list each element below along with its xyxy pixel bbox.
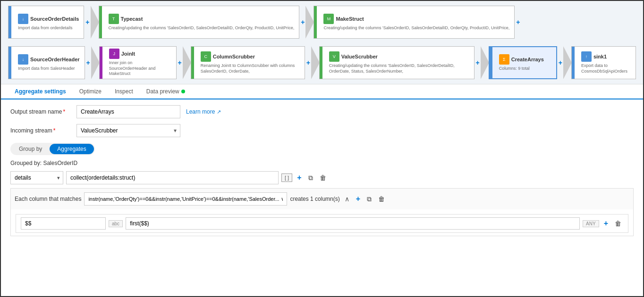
node-desc: Creating/updating the columns 'SalesOrde…: [109, 25, 295, 31]
sub-row: abc ANY + 🗑: [16, 214, 628, 233]
add-after-source-order-details[interactable]: +: [85, 18, 89, 26]
node-wrapper-value-scrubber: V ValueScrubber Creating/updating the co…: [319, 46, 481, 79]
aggregates-toggle[interactable]: Aggregates: [50, 144, 93, 154]
node-create-arrays[interactable]: Σ CreateArrays Columns: 9 total: [489, 46, 557, 79]
node-title: SourceOrderHeader: [30, 57, 80, 62]
tab-aggregate-settings[interactable]: Aggregate settings: [8, 84, 73, 99]
node-header: Σ CreateArrays: [499, 54, 551, 65]
node-header: M MakeStruct: [323, 14, 509, 24]
chevron-up-icon[interactable]: ∧: [345, 195, 349, 203]
node-header: T Typecast: [109, 14, 295, 24]
add-after-typecast[interactable]: +: [301, 18, 305, 26]
arrow-1-2: [305, 6, 314, 39]
node-content: T Typecast Creating/updating the columns…: [104, 14, 295, 31]
aggregate-row: details [ ] + ⧉ 🗑: [10, 171, 634, 184]
transform-icon: V: [329, 51, 339, 62]
delete-sub-button[interactable]: 🗑: [613, 219, 623, 228]
arrow-2-1: [91, 46, 100, 79]
output-stream-row: Output stream name* Learn more ↗: [10, 105, 634, 118]
delete-agg-button[interactable]: 🗑: [318, 173, 328, 182]
node-source-order-details[interactable]: ↓ SourceOrderDetails Import data from or…: [8, 6, 84, 39]
node-join-it[interactable]: J JoinIt Inner join on SourceOrderHeader…: [99, 46, 177, 79]
data-preview-dot: [181, 90, 185, 93]
node-title: SourceOrderDetails: [30, 16, 79, 22]
group-by-toggle[interactable]: Group by: [11, 144, 50, 154]
arrow-2-3: [311, 46, 320, 79]
copy-agg-button[interactable]: ⧉: [306, 173, 315, 183]
node-wrapper-sink1: ↑ sink1 Export data to CosmosDbSqlApiOrd…: [571, 46, 636, 79]
copy-match-button[interactable]: ⧉: [365, 194, 373, 204]
add-after-value-scrubber[interactable]: +: [476, 59, 480, 66]
node-content: C ColumnScrubber Renaming JoinIt to Colu…: [196, 51, 300, 74]
agg-column-select[interactable]: details: [11, 172, 63, 184]
sub-type-any: ANY: [583, 220, 599, 227]
node-wrapper-make-struct: M MakeStruct Creating/updating the colum…: [314, 6, 521, 39]
node-header: ↓ SourceOrderDetails: [18, 14, 79, 24]
node-content: J JoinIt Inner join on SourceOrderHeader…: [104, 49, 171, 77]
settings-area: Aggregate settings Optimize Inspect Data…: [1, 84, 643, 296]
learn-more-link[interactable]: Learn more ↗: [186, 108, 221, 115]
arrow-2-5: [563, 46, 572, 79]
node-content: ↑ sink1 Export data to CosmosDbSqlApiOrd…: [576, 51, 631, 74]
agg-column-select-wrapper: details: [10, 171, 63, 184]
node-desc: Import data from SalesHeader: [18, 66, 80, 72]
node-bar: [8, 47, 11, 79]
sub-column-input[interactable]: [21, 217, 106, 230]
node-bar: [572, 47, 575, 79]
sink-icon: ↑: [581, 51, 592, 62]
sub-type-abc: abc: [109, 220, 123, 227]
node-header: V ValueScrubber: [329, 51, 469, 62]
node-desc: Import data from orderdetails: [18, 25, 79, 31]
node-desc: Renaming JoinIt to ColumnScrubber with c…: [201, 63, 300, 74]
node-bar: [8, 6, 11, 38]
pipeline-row-1: ↓ SourceOrderDetails Import data from or…: [8, 6, 636, 39]
node-title: ColumnScrubber: [213, 54, 255, 59]
output-stream-label: Output stream name*: [10, 108, 76, 115]
tabs-bar: Aggregate settings Optimize Inspect Data…: [1, 84, 643, 99]
toggle-group: Group by Aggregates: [10, 143, 95, 155]
node-desc: Columns: 9 total: [499, 66, 551, 72]
node-title: JoinIt: [121, 51, 135, 57]
add-sub-button[interactable]: +: [602, 218, 610, 229]
node-sink1[interactable]: ↑ sink1 Export data to CosmosDbSqlApiOrd…: [571, 46, 636, 79]
node-column-scrubber[interactable]: C ColumnScrubber Renaming JoinIt to Colu…: [191, 46, 305, 79]
node-header: C ColumnScrubber: [201, 51, 300, 62]
add-after-join-it[interactable]: +: [178, 59, 182, 66]
node-header: ↓ SourceOrderHeader: [18, 54, 80, 65]
join-icon: J: [109, 49, 119, 59]
sub-expression-input[interactable]: [126, 217, 580, 230]
external-link-icon: ↗: [217, 109, 221, 115]
add-match-button[interactable]: +: [354, 194, 362, 204]
node-title: sink1: [593, 54, 607, 59]
match-expression-input[interactable]: [84, 192, 287, 206]
add-after-source-order-header[interactable]: +: [86, 59, 90, 66]
node-desc: Creating/updating the columns 'SalesOrde…: [323, 25, 509, 31]
node-title: MakeStruct: [336, 16, 364, 22]
tab-optimize[interactable]: Optimize: [73, 84, 108, 99]
node-value-scrubber[interactable]: V ValueScrubber Creating/updating the co…: [319, 46, 475, 79]
pipeline-row-2: ↓ SourceOrderHeader Import data from Sal…: [8, 46, 636, 79]
tab-inspect[interactable]: Inspect: [108, 84, 140, 99]
node-make-struct[interactable]: M MakeStruct Creating/updating the colum…: [314, 6, 515, 39]
node-title: Typecast: [121, 16, 143, 22]
pipeline-area: ↓ SourceOrderDetails Import data from or…: [1, 1, 643, 84]
add-after-make-struct[interactable]: +: [516, 18, 520, 26]
node-wrapper-create-arrays: Σ CreateArrays Columns: 9 total +: [489, 46, 564, 79]
output-stream-input[interactable]: [76, 105, 180, 118]
node-desc: Creating/updating the columns 'SalesOrde…: [329, 63, 469, 74]
node-content: M MakeStruct Creating/updating the colum…: [319, 14, 509, 31]
add-after-create-arrays[interactable]: +: [559, 59, 562, 66]
node-wrapper-source-order-header: ↓ SourceOrderHeader Import data from Sal…: [8, 46, 92, 79]
delete-match-button[interactable]: 🗑: [376, 194, 387, 204]
node-source-order-header[interactable]: ↓ SourceOrderHeader Import data from Sal…: [8, 46, 85, 79]
arrow-1-1: [91, 6, 99, 39]
node-typecast[interactable]: T Typecast Creating/updating the columns…: [99, 6, 300, 39]
node-content: ↓ SourceOrderDetails Import data from or…: [13, 14, 79, 31]
tab-data-preview[interactable]: Data preview: [140, 84, 192, 99]
add-after-column-scrubber[interactable]: +: [306, 59, 310, 66]
source-icon: ↓: [18, 54, 28, 65]
transform-icon: M: [323, 14, 334, 24]
agg-expression-input[interactable]: [66, 171, 279, 184]
add-agg-button[interactable]: +: [295, 173, 303, 183]
incoming-stream-select[interactable]: ValueScrubber: [76, 124, 180, 137]
